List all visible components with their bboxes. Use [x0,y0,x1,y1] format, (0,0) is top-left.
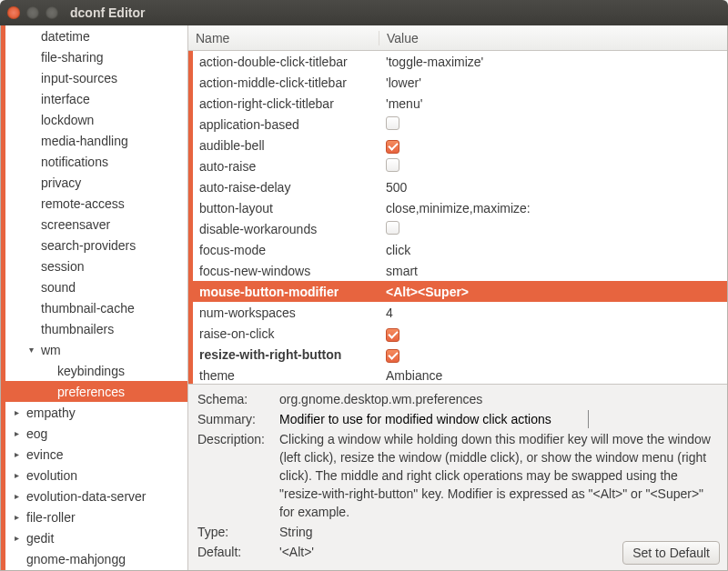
key-name: application-based [196,117,382,132]
table-row[interactable]: action-middle-click-titlebar'lower' [193,72,727,93]
tree-item-label: privacy [41,175,81,190]
key-value[interactable]: 4 [382,306,727,320]
close-icon[interactable] [7,6,20,19]
table-row[interactable]: auto-raise [193,155,727,176]
tree-item[interactable]: ▸file-roller [5,506,187,527]
tree-item-label: empathy [26,406,76,420]
key-value[interactable] [382,346,727,363]
key-value[interactable]: Ambiance [382,368,727,383]
chevron-right-icon[interactable]: ▸ [15,491,24,501]
window-title: dconf Editor [70,5,145,20]
chevron-down-icon[interactable]: ▾ [29,345,38,355]
titlebar[interactable]: dconf Editor [0,0,728,25]
checkbox[interactable] [386,116,399,130]
tree-item[interactable]: ▸evince [5,444,187,465]
checkbox[interactable] [386,158,399,172]
chevron-right-icon[interactable]: ▸ [15,428,24,438]
tree-item[interactable]: remote-access [5,193,187,214]
chevron-right-icon[interactable]: ▸ [15,407,24,417]
tree-item[interactable]: datetime [5,25,187,46]
tree-item[interactable]: ▸evolution-data-server [5,486,187,506]
content-area: datetimefile-sharinginput-sourcesinterfa… [0,25,728,571]
checkbox[interactable] [386,349,399,363]
checkbox[interactable] [386,140,399,154]
tree-item[interactable]: session [5,255,187,276]
tree-item[interactable]: thumbnailers [5,318,187,339]
tree-item[interactable]: thumbnail-cache [5,297,187,318]
tree-item-label: interface [41,92,90,106]
key-value[interactable]: 'lower' [382,75,727,90]
tree-item-label: file-roller [26,510,76,525]
checkbox[interactable] [386,221,399,235]
tree-item[interactable]: preferences [5,381,187,402]
table-row[interactable]: mouse-button-modifier<Alt><Super> [193,281,727,302]
tree-item[interactable]: file-sharing [5,46,187,67]
schema-label: Schema: [197,390,279,408]
table-row[interactable]: button-layoutclose,minimize,maximize: [193,197,727,218]
tree-item[interactable]: gnome-mahjongg [5,548,187,569]
key-value[interactable]: close,minimize,maximize: [382,201,727,215]
key-value[interactable] [382,325,727,342]
tree-item[interactable]: screensaver [5,214,187,235]
tree-item[interactable]: lockdown [5,109,187,130]
key-value[interactable]: 'toggle-maximize' [382,55,727,69]
chevron-right-icon[interactable]: ▸ [15,533,24,543]
key-value[interactable] [382,116,727,133]
details-panel: Schema: org.gnome.desktop.wm.preferences… [188,384,727,570]
tree-item[interactable]: notifications [5,151,187,172]
minimize-icon[interactable] [26,6,39,19]
tree-item[interactable]: ▸evolution [5,465,187,486]
chevron-right-icon[interactable]: ▸ [15,449,24,459]
table-row[interactable]: auto-raise-delay500 [193,176,727,197]
key-value[interactable]: smart [382,264,727,278]
tree-item[interactable]: media-handling [5,130,187,151]
chevron-right-icon[interactable]: ▸ [15,470,24,480]
key-value[interactable] [382,221,727,237]
tree-item[interactable]: interface [5,88,187,109]
tree-item[interactable]: input-sources [5,67,187,88]
table-row[interactable]: audible-bell [193,135,727,155]
key-value[interactable] [382,136,727,154]
type-value: String [279,523,718,541]
key-value[interactable] [382,158,727,175]
key-name: disable-workarounds [196,222,382,236]
tree-item[interactable]: search-providers [5,235,187,255]
table-row[interactable]: themeAmbiance [193,365,727,384]
summary-input[interactable] [279,410,589,428]
tree-item[interactable]: ▾wm [5,339,187,360]
tree-item[interactable]: privacy [5,172,187,193]
column-header-name[interactable]: Name [188,31,379,45]
key-value[interactable]: <Alt><Super> [382,285,727,299]
table-row[interactable]: focus-modeclick [193,239,727,260]
table-row[interactable]: focus-new-windowssmart [193,260,727,281]
tree-item[interactable]: ▸gedit [5,527,187,548]
column-header-value[interactable]: Value [379,31,727,45]
tree-item[interactable]: gnome-screenshot [5,569,187,570]
tree-item[interactable]: keybindings [5,360,187,381]
maximize-icon[interactable] [46,6,58,19]
table-row[interactable]: raise-on-click [193,323,727,344]
table-row[interactable]: application-based [193,114,727,135]
table-row[interactable]: resize-with-right-button [193,344,727,365]
key-value[interactable]: 'menu' [382,96,727,111]
tree-item[interactable]: ▸empathy [5,402,187,423]
table-row[interactable]: action-right-click-titlebar'menu' [193,93,727,114]
tree-item-label: sound [41,280,76,295]
key-value[interactable]: click [382,243,727,257]
key-name: action-double-click-titlebar [196,55,382,69]
chevron-right-icon[interactable]: ▸ [15,512,24,522]
key-value[interactable]: 500 [382,180,727,195]
table-row[interactable]: num-workspaces4 [193,302,727,323]
checkbox[interactable] [386,328,399,342]
keys-table[interactable]: action-double-click-titlebar'toggle-maxi… [188,51,727,384]
tree-item-label: lockdown [41,113,94,127]
tree-item[interactable]: ▸eog [5,423,187,444]
table-row[interactable]: action-double-click-titlebar'toggle-maxi… [193,51,727,72]
set-to-default-button[interactable]: Set to Default [622,541,720,565]
key-name: focus-new-windows [196,264,382,278]
description-label: Description: [197,430,279,448]
default-label: Default: [197,543,279,561]
tree-item[interactable]: sound [5,276,187,297]
schema-tree[interactable]: datetimefile-sharinginput-sourcesinterfa… [1,25,188,570]
table-row[interactable]: disable-workarounds [193,218,727,239]
